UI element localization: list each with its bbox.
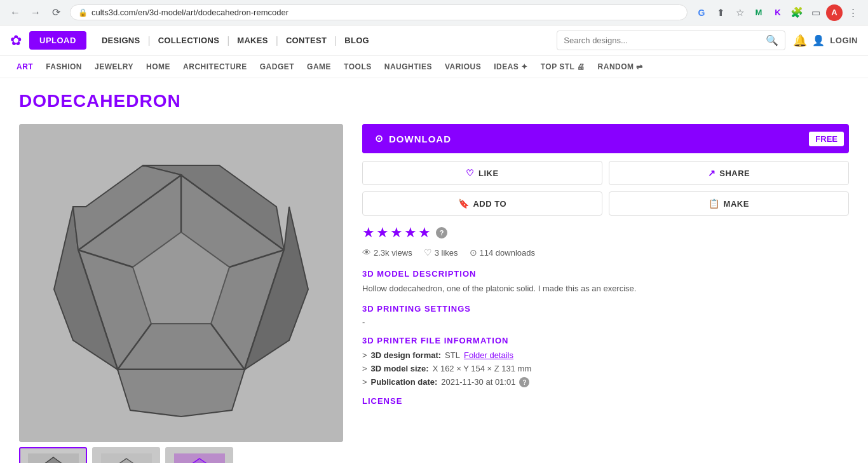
cat-naughties[interactable]: NAUGHTIES [378, 60, 438, 74]
make-icon: 📋 [709, 198, 720, 209]
logo-icon: ✿ [10, 32, 22, 49]
cat-art[interactable]: ART [10, 60, 39, 74]
cat-fashion[interactable]: FASHION [39, 60, 88, 74]
address-bar[interactable]: 🔒 cults3d.com/en/3d-model/art/dodecahedr… [70, 4, 688, 20]
design-format-item: > 3D design format: STL Folder details [362, 350, 849, 360]
bookmark-icon: 🔖 [458, 198, 470, 209]
make-button[interactable]: 📋 MAKE [609, 191, 849, 216]
add-make-row: 🔖 ADD TO 📋 MAKE [362, 191, 849, 216]
avatar-icon[interactable]: A [826, 4, 843, 21]
star-3: ★ [390, 225, 403, 241]
star-2: ★ [376, 225, 389, 241]
file-info-list: > 3D design format: STL Folder details >… [362, 350, 849, 388]
cat-various[interactable]: VARIOUS [438, 60, 487, 74]
design-format-value: STL [445, 350, 460, 360]
page-title: DODECAHEDRON [19, 91, 849, 111]
user-icon[interactable]: 👤 [812, 34, 825, 46]
login-button[interactable]: LOGIN [830, 36, 858, 45]
k-icon[interactable]: K [769, 4, 787, 22]
puzzle-icon[interactable]: 🧩 [788, 4, 806, 22]
nav-makes[interactable]: MAKES [229, 32, 275, 49]
tablet-icon[interactable]: ▭ [807, 4, 825, 22]
nav-contest[interactable]: CONTEST [278, 32, 334, 49]
search-container: 🔍 [557, 31, 785, 50]
model-size-value: X 162 × Y 154 × Z 131 mm [433, 364, 532, 373]
browser-chrome: ← → ⟳ 🔒 cults3d.com/en/3d-model/art/dode… [0, 0, 868, 25]
info-section: ⊙ DOWNLOAD FREE ♡ LIKE ↗ SHARE 🔖 [362, 124, 849, 463]
search-input[interactable] [564, 36, 761, 45]
views-stat: 👁 2.3k views [362, 247, 412, 258]
main-nav: DESIGNS | COLLECTIONS | MAKES | CONTEST … [94, 32, 377, 49]
downloads-value: 114 downloads [480, 248, 535, 258]
bullet-3: > [362, 377, 367, 387]
cat-game[interactable]: GAME [301, 60, 337, 74]
image-section [19, 124, 343, 463]
nav-collections[interactable]: COLLECTIONS [151, 32, 227, 49]
bell-icon[interactable]: 🔔 [793, 34, 807, 48]
heart-icon: ♡ [466, 168, 475, 178]
downloads-stat: ⊙ 114 downloads [470, 247, 535, 258]
nav-designs[interactable]: DESIGNS [94, 32, 148, 49]
cat-jewelry[interactable]: JEWELRY [88, 60, 140, 74]
share-button[interactable]: ↗ SHARE [609, 161, 849, 185]
bookmark-icon[interactable]: ☆ [731, 4, 749, 22]
logo[interactable]: ✿ [10, 32, 22, 49]
rating-help-icon[interactable]: ? [436, 227, 447, 238]
lock-icon: 🔒 [78, 8, 88, 17]
make-label: MAKE [724, 199, 749, 209]
model-size-label: 3D model size: [371, 364, 429, 373]
description-text: Hollow dodecahedron, one of the platonic… [362, 282, 849, 295]
likes-icon: ♡ [424, 247, 432, 258]
like-label: LIKE [478, 169, 499, 178]
cat-ideas[interactable]: IDEAS ✦ [487, 60, 534, 74]
views-value: 2.3k views [374, 248, 412, 258]
category-nav: ART FASHION JEWELRY HOME ARCHITECTURE GA… [0, 56, 868, 78]
thumbnail-3[interactable] [165, 447, 233, 463]
printing-text: - [362, 317, 849, 327]
menu-icon[interactable]: ⋮ [844, 4, 862, 22]
add-to-button[interactable]: 🔖 ADD TO [362, 191, 602, 216]
content-grid: ⊙ DOWNLOAD FREE ♡ LIKE ↗ SHARE 🔖 [19, 124, 849, 463]
cat-architecture[interactable]: ARCHITECTURE [177, 60, 254, 74]
cat-tools[interactable]: TOOLS [337, 60, 378, 74]
design-format-label: 3D design format: [371, 350, 442, 360]
publication-value: 2021-11-30 at 01:01 [441, 377, 515, 387]
nav-blog[interactable]: BLOG [337, 32, 377, 49]
share-icon: ↗ [708, 168, 716, 178]
rating-row: ★ ★ ★ ★ ★ ? [362, 225, 849, 241]
eye-icon: 👁 [362, 247, 371, 258]
main-product-image [19, 124, 343, 442]
download-button[interactable]: ⊙ DOWNLOAD [362, 124, 809, 153]
meet-icon[interactable]: M [750, 4, 768, 22]
publication-help-icon[interactable]: ? [519, 377, 529, 387]
upload-button[interactable]: UPLOAD [29, 31, 86, 50]
svg-marker-10 [118, 370, 245, 417]
forward-button[interactable]: → [27, 4, 44, 22]
google-icon[interactable]: G [693, 4, 710, 22]
extensions-icon[interactable]: ⬆ [712, 4, 729, 22]
search-button[interactable]: 🔍 [766, 34, 778, 46]
reload-button[interactable]: ⟳ [47, 4, 65, 22]
download-icon: ⊙ [375, 133, 384, 144]
header-right: 🔔 👤 LOGIN [793, 34, 858, 48]
license-title: LICENSE [362, 396, 849, 406]
main-content: DODECAHEDRON [0, 78, 868, 463]
thumbnail-1[interactable] [19, 447, 87, 463]
downloads-icon: ⊙ [470, 247, 477, 258]
description-title: 3D MODEL DESCRIPTION [362, 269, 849, 279]
star-rating[interactable]: ★ ★ ★ ★ ★ [362, 225, 431, 241]
cat-gadget[interactable]: GADGET [254, 60, 301, 74]
publication-label: Publication date: [371, 377, 438, 387]
folder-details-link[interactable]: Folder details [464, 350, 513, 360]
thumbnail-2[interactable] [92, 447, 160, 463]
share-label: SHARE [719, 169, 750, 178]
cat-random[interactable]: RANDOM ⇌ [592, 60, 649, 74]
add-to-label: ADD TO [473, 199, 506, 209]
like-button[interactable]: ♡ LIKE [362, 161, 602, 185]
back-button[interactable]: ← [6, 4, 24, 22]
browser-toolbar-icons: G ⬆ ☆ M K 🧩 ▭ A ⋮ [693, 4, 862, 22]
cat-top-stl[interactable]: TOP STL 🖨 [534, 60, 592, 74]
download-bar: ⊙ DOWNLOAD FREE [362, 124, 849, 153]
file-info-title: 3D PRINTER FILE INFORMATION [362, 336, 849, 345]
cat-home[interactable]: HOME [140, 60, 177, 74]
